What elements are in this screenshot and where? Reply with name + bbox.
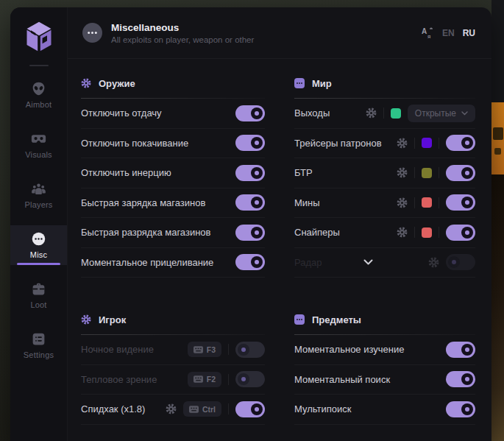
color-swatch[interactable]	[422, 197, 432, 208]
keybind-badge[interactable]: F3	[188, 342, 221, 357]
screen: Aimbot Visuals	[0, 0, 504, 441]
setting-row-instant-research: Моментальное изучение	[294, 335, 475, 365]
setting-label: Радар	[294, 257, 322, 268]
toggle-tracers[interactable]	[446, 135, 475, 151]
toggle-snipers[interactable]	[446, 225, 475, 241]
setting-row-btr: БТР	[294, 158, 475, 188]
toggle-knob	[251, 227, 263, 239]
toggle-knob	[251, 197, 263, 208]
background-strip-bottom	[491, 174, 504, 441]
section-title: Мир	[312, 78, 332, 89]
sidebar-item-label: Aimbot	[26, 100, 52, 109]
sidebar-item-visuals[interactable]: Visuals	[10, 125, 67, 165]
setting-label: Тепловое зрение	[81, 374, 157, 385]
sidebar-item-players[interactable]: Players	[10, 175, 67, 215]
color-swatch[interactable]	[422, 227, 432, 238]
setting-label: Трейсеры патронов	[294, 138, 382, 149]
keybind-badge[interactable]: Ctrl	[183, 401, 221, 417]
toggle-fast-reload[interactable]	[235, 194, 265, 211]
color-swatch[interactable]	[391, 108, 401, 119]
toggle-thermal-vision[interactable]	[235, 371, 265, 387]
exits-dropdown[interactable]: Открытые	[408, 105, 475, 122]
left-column: Оружие Отключить отдачу Отключить покачи…	[81, 59, 265, 441]
toggle-knob	[461, 227, 473, 239]
toggle-instant-ads[interactable]	[235, 254, 265, 270]
language-switcher: A я EN RU	[421, 27, 475, 40]
setting-row-night-vision: Ночное видение F3	[81, 335, 265, 365]
gear-icon[interactable]	[397, 197, 408, 208]
divider	[439, 227, 439, 238]
divider	[414, 197, 415, 208]
setting-row-instant-ads: Моментальное прицеливание	[81, 248, 265, 278]
setting-label: БТР	[294, 167, 313, 178]
toggle-knob	[461, 197, 473, 208]
setting-row-no-inertia: Отключить инерцию	[81, 158, 265, 188]
translate-icon[interactable]: A я	[421, 27, 434, 40]
toggle-radar[interactable]	[446, 254, 475, 270]
toggle-instant-loot[interactable]	[446, 371, 475, 387]
divider	[228, 344, 229, 355]
keybind-label: F3	[207, 345, 216, 354]
setting-row-fast-reload: Быстрая зарядка магазинов	[81, 188, 265, 219]
players-icon	[31, 181, 46, 197]
toggle-fast-unload[interactable]	[235, 225, 265, 241]
sidebar: Aimbot Visuals	[10, 7, 68, 441]
toggle-knob	[251, 137, 263, 149]
svg-text:я: я	[427, 33, 430, 40]
sidebar-item-label: Settings	[24, 350, 54, 359]
setting-label: Спидхак (x1.8)	[81, 403, 145, 414]
divider	[439, 197, 439, 208]
gear-icon[interactable]	[397, 227, 408, 238]
toggle-night-vision[interactable]	[235, 342, 265, 358]
sidebar-item-loot[interactable]: Loot	[10, 275, 67, 315]
toggle-no-inertia[interactable]	[235, 165, 265, 181]
sidebar-item-misc[interactable]: Misc	[10, 225, 67, 265]
gear-icon[interactable]	[397, 167, 408, 178]
sidebar-item-aimbot[interactable]: Aimbot	[10, 75, 67, 115]
toggle-btr[interactable]	[446, 165, 475, 181]
list-icon	[31, 331, 46, 347]
section-player: Игрок Ночное видение F3	[81, 295, 265, 425]
keyboard-icon	[194, 346, 203, 353]
setting-row-instant-loot: Моментальный поиск	[294, 365, 475, 395]
toggle-no-recoil[interactable]	[235, 105, 265, 121]
color-swatch[interactable]	[422, 168, 432, 178]
language-option-ru[interactable]: RU	[463, 28, 475, 38]
language-option-en[interactable]: EN	[442, 28, 455, 38]
toggle-mines[interactable]	[446, 194, 475, 211]
gear-icon[interactable]	[428, 257, 439, 268]
divider	[414, 227, 415, 238]
right-column: Мир Выходы	[294, 59, 475, 441]
setting-row-speedhack: Спидхак (x1.8) Ctrl	[81, 395, 265, 425]
background-text-fragment	[494, 148, 501, 155]
setting-row-multiloot: Мультипоиск	[294, 395, 475, 425]
sidebar-item-settings[interactable]: Settings	[10, 325, 67, 365]
toggle-no-sway[interactable]	[235, 135, 265, 151]
divider	[439, 167, 439, 178]
toggle-knob	[251, 107, 263, 119]
toggle-speedhack[interactable]	[235, 401, 265, 417]
setting-label: Отключить инерцию	[81, 167, 171, 178]
divider	[228, 403, 229, 414]
keybind-badge[interactable]: F2	[188, 372, 221, 387]
toggle-instant-research[interactable]	[446, 342, 475, 358]
section-title: Игрок	[99, 314, 126, 325]
toggle-multiloot[interactable]	[446, 401, 475, 417]
gear-icon[interactable]	[166, 403, 177, 414]
chevron-down-icon[interactable]	[363, 259, 373, 265]
alien-icon	[31, 81, 46, 96]
color-swatch[interactable]	[422, 138, 432, 148]
dots-circle-icon	[31, 231, 46, 247]
setting-label: Мины	[294, 197, 320, 208]
setting-row-mines: Мины	[294, 188, 475, 219]
divider	[414, 167, 415, 178]
section-world: Мир Выходы	[294, 59, 475, 278]
sidebar-nav: Aimbot Visuals	[10, 75, 67, 365]
gear-icon[interactable]	[397, 138, 408, 149]
content: Оружие Отключить отдачу Отключить покачи…	[68, 59, 491, 441]
gear-icon[interactable]	[366, 107, 377, 119]
keybind-label: F2	[207, 375, 216, 384]
dots-square-icon	[294, 314, 305, 325]
setting-row-no-recoil: Отключить отдачу	[81, 99, 265, 129]
setting-label: Моментальное изучение	[294, 344, 404, 355]
